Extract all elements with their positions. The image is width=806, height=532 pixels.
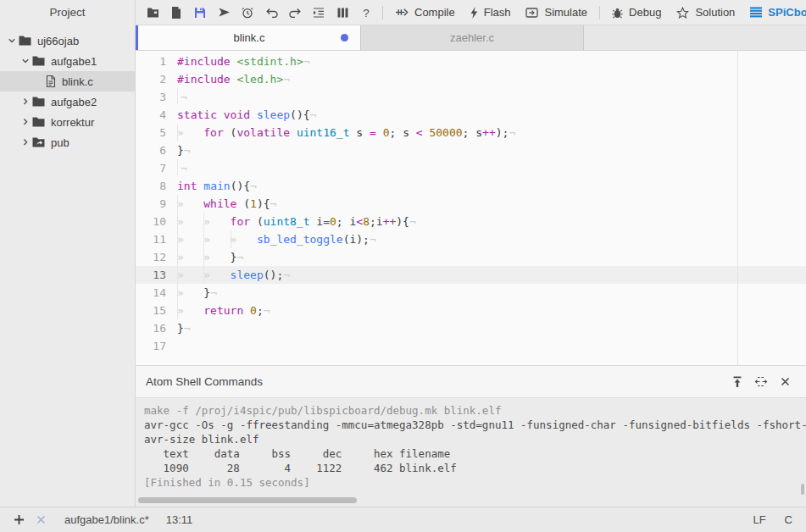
scroll-top-icon: [732, 376, 742, 387]
code-line-content: »for (volatile uint16_t s = 0; s < 50000…: [177, 124, 806, 141]
solution-button[interactable]: Solution: [669, 2, 742, 24]
status-bar: aufgabe1/blink.c* 13:11 LF C: [0, 507, 806, 532]
cursor-position[interactable]: 13:11: [166, 513, 193, 526]
line-number: 7: [136, 159, 177, 177]
columns-button[interactable]: [331, 2, 354, 24]
tree-item-label: aufgabe1: [51, 55, 97, 68]
code-line[interactable]: 4static void sleep(){¬: [136, 106, 806, 124]
tab-label: zaehler.c: [450, 31, 494, 44]
console-lines: make -f /proj/i4spic/pub/libspicboard/de…: [144, 403, 806, 490]
sidebar-item-uj66ojab[interactable]: uj66ojab: [0, 30, 135, 51]
line-number: 9: [136, 195, 177, 213]
toolbar-separator: [382, 6, 383, 19]
code-line[interactable]: 8int main(){¬: [136, 177, 806, 195]
redo-icon: [289, 8, 302, 18]
folder-open-button[interactable]: [141, 2, 164, 24]
tree-item-label: korrektur: [51, 116, 94, 129]
code-line-content: [177, 337, 806, 355]
modified-indicator-dot[interactable]: [341, 34, 348, 42]
close-button[interactable]: [774, 372, 796, 392]
chevron-right-icon[interactable]: [19, 118, 32, 126]
compile-icon: [395, 8, 409, 17]
file-icon: [46, 75, 56, 87]
vertical-scrollbar-thumb[interactable]: [801, 484, 804, 495]
sidebar-item-aufgabe1[interactable]: aufgabe1: [0, 51, 135, 71]
code-line[interactable]: 13»»sleep();¬: [136, 266, 806, 284]
horizontal-scrollbar-thumb[interactable]: [138, 497, 357, 503]
line-ending-indicator[interactable]: LF: [753, 513, 765, 526]
code-line-content: ¬: [177, 88, 806, 106]
flash-icon: [470, 7, 478, 19]
toolbar-icon-group: ?: [141, 2, 378, 24]
redo-button[interactable]: [283, 2, 307, 24]
line-number: 4: [136, 106, 177, 124]
code-line-content: }¬: [177, 141, 806, 159]
code-line[interactable]: 3¬: [136, 88, 806, 106]
code-line[interactable]: 17: [136, 337, 806, 355]
code-line[interactable]: 2#include <led.h>¬: [136, 70, 806, 88]
tree-item-label: uj66ojab: [37, 35, 79, 47]
grammar-indicator[interactable]: C: [785, 513, 792, 526]
spicboard-button[interactable]: SPiCboard: [742, 2, 806, 24]
simulate-button[interactable]: Simulate: [518, 2, 595, 24]
tab-zaehler-c[interactable]: zaehler.c: [361, 25, 584, 50]
compile-button[interactable]: Compile: [387, 2, 463, 24]
code-line-content: static void sleep(){¬: [177, 106, 806, 124]
wrap-guide: [737, 51, 738, 365]
indent-button[interactable]: [307, 2, 331, 24]
code-line[interactable]: 7¬: [136, 159, 806, 177]
help-button[interactable]: ?: [354, 2, 378, 24]
new-file-icon: [171, 7, 181, 19]
close-project-button[interactable]: [32, 512, 49, 529]
chevron-down-icon[interactable]: [19, 57, 32, 65]
flash-button[interactable]: Flash: [463, 2, 519, 24]
code-line-content: »»sleep();¬: [177, 266, 806, 284]
sidebar-item-korrektur[interactable]: korrektur: [0, 112, 135, 132]
line-number: 16: [136, 319, 177, 337]
send-button[interactable]: [212, 2, 236, 24]
help-icon: ?: [362, 7, 370, 19]
code-line[interactable]: 16}¬: [136, 319, 806, 337]
code-line[interactable]: 14»}¬: [136, 284, 806, 302]
debug-button[interactable]: Debug: [604, 2, 669, 24]
code-line[interactable]: 15»return 0;¬: [136, 302, 806, 319]
code-line-content: #include <stdint.h>¬: [177, 53, 806, 70]
autoscroll-button[interactable]: [750, 372, 772, 392]
project-sidebar: Project uj66ojabaufgabe1blink.caufgabe2k…: [0, 0, 136, 507]
code-editor[interactable]: 1#include <stdint.h>¬2#include <led.h>¬3…: [136, 51, 806, 365]
sidebar-item-pub[interactable]: pub: [0, 132, 135, 152]
code-line[interactable]: 11»»»sb_led_toggle(i);¬: [136, 230, 806, 248]
close-icon: [781, 377, 790, 386]
alarm-button[interactable]: [236, 2, 259, 24]
console-line: [Finished in 0.15 seconds]: [144, 475, 806, 490]
new-file-button[interactable]: [164, 2, 188, 24]
undo-button[interactable]: [259, 2, 283, 24]
code-lines: 1#include <stdint.h>¬2#include <led.h>¬3…: [136, 53, 806, 355]
add-project-button[interactable]: [10, 512, 27, 529]
chevron-down-icon[interactable]: [5, 36, 19, 45]
code-line[interactable]: 5»for (volatile uint16_t s = 0; s < 5000…: [136, 124, 806, 141]
plus-icon: [14, 514, 25, 525]
save-button[interactable]: [188, 2, 212, 24]
spicboard-button-label: SPiCboard: [768, 6, 806, 19]
scroll-top-button[interactable]: [726, 372, 748, 392]
line-number: 6: [136, 141, 177, 159]
code-line-content: ¬: [177, 159, 806, 177]
code-line[interactable]: 1#include <stdint.h>¬: [136, 53, 806, 70]
code-line[interactable]: 10»»for (uint8_t i=0; i<8;i++){¬: [136, 213, 806, 230]
code-line-content: »return 0;¬: [177, 302, 806, 319]
panel-title: Atom Shell Commands: [146, 375, 263, 388]
code-line-content: »»»sb_led_toggle(i);¬: [177, 230, 806, 248]
chevron-right-icon[interactable]: [19, 138, 32, 147]
chevron-right-icon[interactable]: [19, 97, 32, 106]
code-line[interactable]: 6}¬: [136, 141, 806, 159]
panel-icon-group: [725, 372, 796, 392]
code-line[interactable]: 12»»}¬: [136, 248, 806, 266]
tab-bar-empty-space: [584, 25, 806, 50]
code-line[interactable]: 9»while (1){¬: [136, 195, 806, 213]
current-file-path[interactable]: aufgabe1/blink.c*: [64, 513, 149, 526]
sidebar-item-blink-c[interactable]: blink.c: [0, 71, 135, 91]
tab-blink-c[interactable]: blink.c: [138, 25, 361, 50]
sidebar-item-aufgabe2[interactable]: aufgabe2: [0, 91, 135, 112]
console-line: text data bss dec hex filename: [144, 446, 806, 461]
